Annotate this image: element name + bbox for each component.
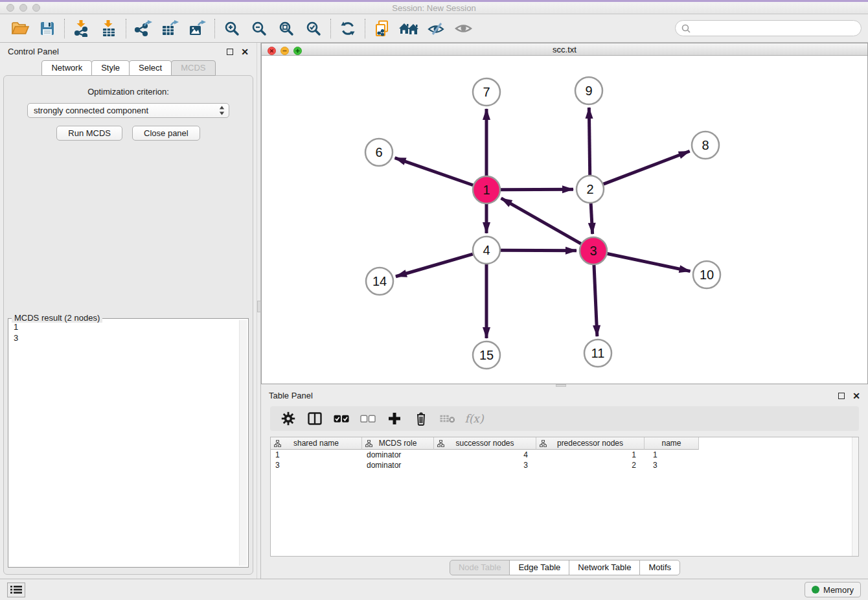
home-button[interactable] bbox=[396, 17, 423, 40]
edge-3-10[interactable] bbox=[608, 254, 691, 271]
hide-selected-button[interactable] bbox=[423, 17, 450, 40]
edge-4-3[interactable] bbox=[501, 250, 577, 251]
refresh-button[interactable] bbox=[334, 17, 361, 40]
edge-2-3[interactable] bbox=[591, 203, 592, 234]
tab-network-table[interactable]: Network Table bbox=[569, 560, 640, 575]
edge-4-14[interactable] bbox=[396, 254, 473, 277]
search-box[interactable] bbox=[675, 20, 862, 36]
minimize-network-button[interactable] bbox=[280, 47, 289, 55]
edge-3-11[interactable] bbox=[594, 265, 597, 336]
float-panel-icon[interactable] bbox=[838, 393, 845, 399]
tab-edge-table[interactable]: Edge Table bbox=[509, 560, 569, 575]
zoom-out-button[interactable] bbox=[246, 17, 273, 40]
mcds-result-text[interactable]: 13 bbox=[10, 320, 238, 566]
delete-column-button[interactable] bbox=[413, 411, 429, 426]
close-panel-icon[interactable]: ✕ bbox=[852, 393, 860, 399]
column-header-predecessor-nodes[interactable]: predecessor nodes bbox=[536, 437, 645, 450]
float-panel-icon[interactable] bbox=[227, 49, 233, 55]
graph-node-15[interactable]: 15 bbox=[473, 341, 500, 369]
export-table-button[interactable] bbox=[157, 17, 184, 40]
table-settings-button[interactable] bbox=[280, 411, 296, 426]
graph-node-10[interactable]: 10 bbox=[693, 261, 720, 288]
result-scrollbar[interactable] bbox=[239, 320, 247, 566]
close-panel-button[interactable]: Close panel bbox=[132, 126, 200, 141]
maximize-window-button[interactable] bbox=[32, 4, 40, 12]
table-row[interactable]: 1dominator411 bbox=[271, 450, 858, 460]
graph-node-14[interactable]: 14 bbox=[366, 268, 393, 295]
tab-node-table[interactable]: Node Table bbox=[450, 560, 510, 575]
task-history-button[interactable] bbox=[7, 583, 25, 597]
duplicate-network-button[interactable] bbox=[369, 17, 396, 40]
tab-select[interactable]: Select bbox=[129, 60, 172, 76]
edge-1-6[interactable] bbox=[395, 158, 474, 185]
table-cell[interactable]: 3 bbox=[645, 460, 699, 470]
graph-node-11[interactable]: 11 bbox=[584, 340, 611, 367]
network-graph[interactable]: 7968124314101511 bbox=[262, 56, 867, 381]
table-cell[interactable]: 4 bbox=[434, 450, 536, 460]
export-network-button[interactable] bbox=[130, 17, 157, 40]
memory-button[interactable]: Memory bbox=[805, 582, 861, 597]
network-canvas[interactable]: 7968124314101511 bbox=[262, 56, 867, 384]
show-columns-button[interactable] bbox=[307, 412, 323, 425]
run-mcds-button[interactable]: Run MCDS bbox=[56, 126, 122, 141]
graph-node-3[interactable]: 3 bbox=[580, 237, 607, 264]
table-cell[interactable]: 1 bbox=[536, 450, 645, 460]
delete-table-button[interactable] bbox=[440, 413, 455, 424]
open-session-button[interactable] bbox=[6, 17, 34, 40]
close-panel-icon[interactable]: ✕ bbox=[241, 49, 249, 55]
criterion-select[interactable]: strongly connected component bbox=[27, 103, 229, 118]
search-input[interactable] bbox=[694, 23, 855, 33]
close-window-button[interactable] bbox=[6, 4, 14, 12]
tab-motifs[interactable]: Motifs bbox=[639, 560, 680, 575]
column-header-successor-nodes[interactable]: successor nodes bbox=[434, 437, 536, 450]
graph-node-8[interactable]: 8 bbox=[692, 132, 719, 159]
save-session-button[interactable] bbox=[34, 17, 61, 40]
function-builder-button[interactable]: f(x) bbox=[466, 412, 482, 425]
edge-3-1[interactable] bbox=[501, 198, 581, 244]
edge-2-9[interactable] bbox=[589, 108, 589, 175]
graph-node-2[interactable]: 2 bbox=[577, 176, 604, 203]
vertical-splitter[interactable] bbox=[257, 43, 261, 579]
export-image-button[interactable] bbox=[184, 17, 211, 40]
graph-node-4[interactable]: 4 bbox=[473, 237, 500, 264]
add-column-button[interactable] bbox=[387, 412, 402, 425]
table-cell[interactable]: 2 bbox=[536, 460, 645, 470]
table-cell[interactable]: 1 bbox=[645, 450, 699, 460]
close-network-button[interactable] bbox=[268, 47, 276, 55]
splitter-grip[interactable] bbox=[257, 301, 261, 312]
table-cell[interactable]: 1 bbox=[271, 450, 362, 460]
table-cell[interactable]: dominator bbox=[362, 460, 434, 470]
svg-text:1: 1 bbox=[483, 183, 490, 197]
mcds-result-box: MCDS result (2 nodes) 13 bbox=[8, 318, 249, 568]
tab-style[interactable]: Style bbox=[91, 60, 130, 76]
zoom-in-button[interactable] bbox=[218, 17, 246, 40]
zoom-selected-button[interactable] bbox=[300, 17, 327, 40]
import-table-button[interactable] bbox=[95, 17, 122, 40]
tab-mcds[interactable]: MCDS bbox=[171, 60, 215, 76]
show-hidden-button[interactable] bbox=[450, 17, 477, 40]
table-row[interactable]: 3dominator323 bbox=[271, 460, 858, 470]
minimize-window-button[interactable] bbox=[19, 4, 27, 12]
column-header-shared-name[interactable]: shared name bbox=[271, 437, 362, 450]
tab-network[interactable]: Network bbox=[41, 60, 92, 76]
edge-1-2[interactable] bbox=[501, 189, 573, 190]
table-cell[interactable]: 3 bbox=[271, 460, 362, 470]
graph-node-1[interactable]: 1 bbox=[473, 176, 500, 203]
import-network-button[interactable] bbox=[68, 17, 95, 40]
table-cell[interactable]: dominator bbox=[362, 450, 434, 460]
network-window-titlebar[interactable]: scc.txt bbox=[262, 43, 867, 56]
edge-2-8[interactable] bbox=[604, 151, 690, 184]
column-header-name[interactable]: name bbox=[645, 437, 699, 450]
splitter-grip[interactable] bbox=[556, 384, 566, 387]
horizontal-splitter[interactable] bbox=[261, 384, 868, 387]
column-header-MCDS-role[interactable]: MCDS role bbox=[362, 437, 434, 450]
graph-node-7[interactable]: 7 bbox=[473, 78, 500, 106]
select-all-button[interactable] bbox=[334, 415, 349, 423]
zoom-fit-button[interactable] bbox=[273, 17, 300, 40]
graph-node-6[interactable]: 6 bbox=[365, 139, 393, 166]
deselect-all-button[interactable] bbox=[360, 415, 376, 423]
table-cell[interactable]: 3 bbox=[434, 460, 536, 470]
graph-node-9[interactable]: 9 bbox=[575, 77, 602, 104]
maximize-network-button[interactable] bbox=[293, 47, 302, 55]
table-scrollbar[interactable] bbox=[852, 437, 858, 556]
